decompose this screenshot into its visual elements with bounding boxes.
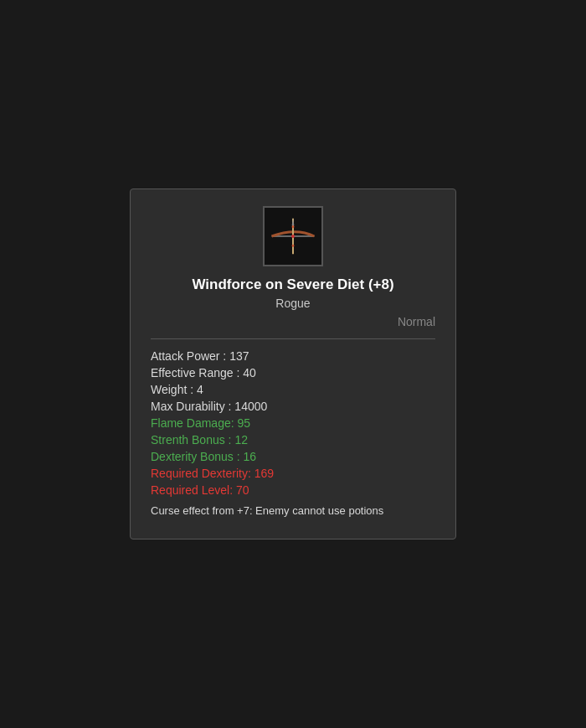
stat-effective-range: Effective Range : 40 bbox=[151, 366, 435, 379]
divider bbox=[151, 338, 435, 339]
bow-icon bbox=[268, 211, 318, 261]
item-tooltip-card: Windforce on Severe Diet (+8) Rogue Norm… bbox=[130, 188, 456, 540]
item-class: Rogue bbox=[275, 297, 310, 310]
curse-text: Curse effect from +7: Enemy cannot use p… bbox=[151, 503, 435, 519]
item-grade: Normal bbox=[398, 315, 435, 328]
stat-flame-damage: Flame Damage: 95 bbox=[151, 416, 435, 430]
stat-strenth-bonus: Strenth Bonus : 12 bbox=[151, 433, 435, 447]
stat-max-durability: Max Durability : 14000 bbox=[151, 400, 435, 413]
stat-dexterity-bonus: Dexterity Bonus : 16 bbox=[151, 450, 435, 463]
stat-attack-power: Attack Power : 137 bbox=[151, 349, 435, 363]
item-icon bbox=[263, 206, 323, 266]
stat-required-dexterity: Required Dexterity: 169 bbox=[151, 467, 435, 480]
stat-weight: Weight : 4 bbox=[151, 383, 435, 396]
item-name: Windforce on Severe Diet (+8) bbox=[192, 276, 393, 293]
stat-required-level: Required Level: 70 bbox=[151, 483, 435, 497]
stats-section: Attack Power : 137 Effective Range : 40 … bbox=[151, 349, 435, 519]
